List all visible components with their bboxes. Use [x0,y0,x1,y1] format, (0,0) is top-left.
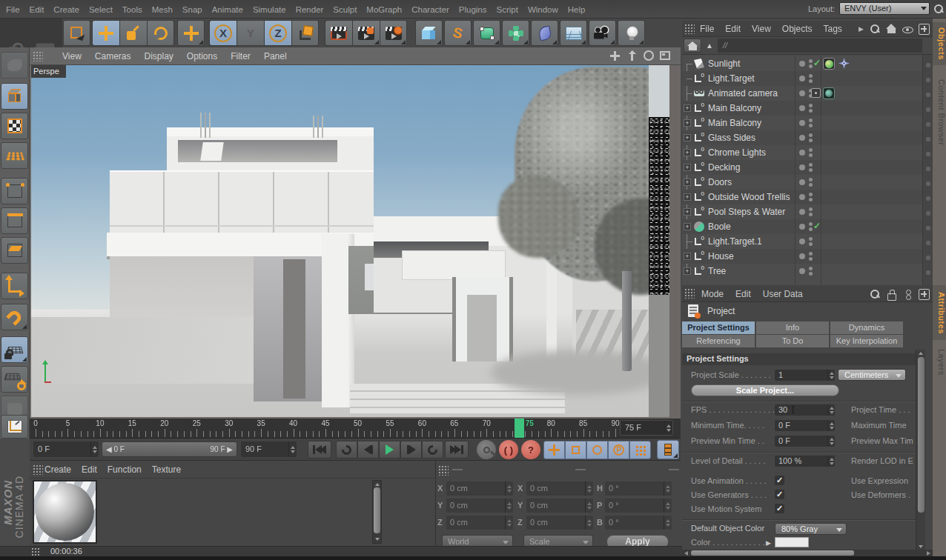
render-dot-icon[interactable] [809,64,813,68]
spline-pen-button[interactable] [1,415,28,439]
scale-tool-button[interactable] [119,20,147,46]
texture-mode-button[interactable] [1,113,28,139]
model-mode-button[interactable] [1,83,28,110]
tab-project-settings[interactable]: Project Settings [682,321,755,334]
menu-overflow-icon[interactable]: ▶ [859,24,864,35]
material-menu-create[interactable]: Create [44,464,71,475]
render-dot-icon[interactable] [809,183,813,187]
expander-icon[interactable]: + [684,179,691,186]
am-menu-mode[interactable]: Mode [701,289,724,299]
expander-icon[interactable]: + [684,104,691,112]
rotation-p-field[interactable]: 0 ° [605,499,672,513]
coordinate-system-button[interactable] [291,20,319,46]
viewport-zoom-icon[interactable] [626,50,638,61]
key-scale-toggle[interactable] [565,441,586,459]
make-editable-button[interactable] [1,52,28,79]
key-parameter-toggle[interactable]: P [608,441,629,459]
visibility-dot-icon[interactable] [799,268,805,274]
viewport-grip-icon[interactable] [33,51,43,61]
editor-dot-icon[interactable] [809,148,813,152]
coordinates-grip-icon[interactable] [438,465,449,476]
expander-icon[interactable]: + [684,164,691,171]
keyframe-help-button[interactable]: ? [521,440,540,459]
timeline-ruler[interactable]: 0510152025303540455055606570808590 75 75… [30,419,681,439]
visibility-dot-icon[interactable] [799,61,805,67]
visibility-dot-icon[interactable] [799,253,805,259]
am-history-icon[interactable] [902,289,913,300]
position-z-field[interactable]: 0 cm [446,516,513,530]
menu-window[interactable]: Window [528,5,558,14]
editor-dot-icon[interactable] [809,133,813,137]
viewport-menu-display[interactable]: Display [144,51,173,61]
enabled-check-icon[interactable]: ✓ [813,221,821,231]
side-tab-attributes[interactable]: Attributes [933,285,946,340]
render-dot-icon[interactable] [809,242,813,246]
menu-edit[interactable]: Edit [30,5,44,14]
axis-mode-button[interactable] [1,273,28,299]
render-dot-icon[interactable] [809,227,813,231]
menu-mesh[interactable]: Mesh [152,5,173,14]
editor-dot-icon[interactable] [809,104,813,107]
viewport-menu-filter[interactable]: Filter [231,51,251,61]
am-search-icon[interactable] [870,289,881,300]
om-home-icon[interactable] [886,24,897,35]
visibility-dot-icon[interactable] [799,150,805,156]
menu-simulate[interactable]: Simulate [253,5,286,14]
side-tab-content-browser[interactable]: Content Browser [933,67,946,158]
menu-mograph[interactable]: MoGraph [366,5,402,14]
om-visibility-icon[interactable] [902,27,913,33]
object-row-tree[interactable]: +0Tree [682,264,922,279]
loop-mode-button[interactable] [422,441,443,459]
mograph-cloner-button[interactable] [502,20,529,46]
menu-plugins[interactable]: Plugins [459,5,487,14]
visibility-dot-icon[interactable] [799,120,805,126]
use-motion-checkbox[interactable]: ✓ [775,504,784,513]
minimum-time-field[interactable]: 0 F [775,420,835,431]
use-animation-checkbox[interactable]: ✓ [775,476,784,485]
side-tab-layers[interactable]: Layers [933,341,946,383]
menu-select[interactable]: Select [89,5,113,14]
project-scale-unit-dropdown[interactable]: Centimeters [838,369,906,381]
render-view-button[interactable] [325,20,352,46]
material-menu-edit[interactable]: Edit [82,464,97,475]
material-scrollbar[interactable] [372,480,382,544]
object-row-outside-wood-trellis[interactable]: +0Outside Wood Trellis [682,190,922,204]
environment-button[interactable] [560,20,587,46]
edges-mode-button[interactable] [1,207,28,234]
object-row-pool-steps-water[interactable]: +0Pool Steps & Water [682,204,922,219]
rotation-h-field[interactable]: 0 ° [605,481,672,496]
editor-dot-icon[interactable] [809,252,813,256]
attribute-hscrollbar[interactable] [682,550,933,556]
visibility-dot-icon[interactable] [799,90,805,96]
menu-tools[interactable]: Tools [122,5,142,14]
render-settings-button[interactable] [380,20,407,46]
viewport-menu-options[interactable]: Options [187,51,217,61]
workplane-mode-button[interactable] [1,142,28,169]
expander-icon[interactable]: + [684,134,691,141]
keyframe-selection-button[interactable] [657,440,679,459]
am-menu-user-data[interactable]: User Data [763,289,803,299]
tab-to-do[interactable]: To Do [756,335,829,347]
object-row-glass-sides[interactable]: +0Glass Sides [682,130,922,145]
render-dot-icon[interactable] [809,109,813,113]
preview-min-field[interactable]: 0 F [775,436,835,447]
render-dot-icon[interactable] [809,198,813,201]
material-menu-function[interactable]: Function [108,464,142,475]
target-tag-icon[interactable] [838,58,850,70]
y-axis-lock-button[interactable]: Y [236,20,264,46]
goto-start-button[interactable] [308,441,331,459]
color-swatch[interactable] [775,537,809,547]
play-backwards-button[interactable] [336,441,357,459]
rotate-tool-button[interactable] [147,20,174,46]
render-dot-icon[interactable] [809,124,813,127]
material-thumbnail[interactable] [33,480,97,544]
editor-dot-icon[interactable] [809,237,813,241]
size-y-field[interactable]: 0 cm [526,499,593,513]
step-back-button[interactable] [357,441,379,459]
menu-character[interactable]: Character [411,5,449,14]
size-z-field[interactable]: 0 cm [526,516,593,530]
lod-field[interactable]: 100 % [775,456,835,467]
key-pla-toggle[interactable] [629,441,651,459]
viewport-menu-view[interactable]: View [62,51,82,61]
timeline-range-slider[interactable]: ◀ 0 F 90 F ▶ [102,441,237,457]
